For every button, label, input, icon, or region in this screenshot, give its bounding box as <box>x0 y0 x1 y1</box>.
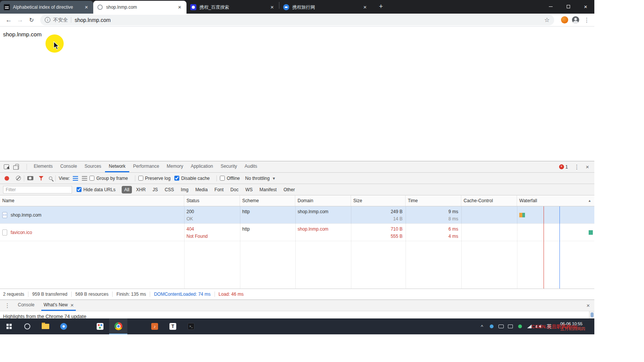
filter-input[interactable] <box>3 186 72 193</box>
filter-pill-media[interactable]: Media <box>193 186 210 193</box>
maximize-button[interactable] <box>559 0 577 13</box>
chrome-button-active[interactable] <box>109 318 127 334</box>
filter-pill-other[interactable]: Other <box>281 186 298 193</box>
record-icon[interactable] <box>5 176 9 181</box>
browser-tab-3[interactable]: 携程_百度搜索 <box>186 1 279 14</box>
search-icon[interactable] <box>49 176 52 180</box>
cortana-search-button[interactable] <box>18 318 36 334</box>
filter-pill-manifest[interactable]: Manifest <box>257 186 279 193</box>
terminal-button[interactable] <box>182 318 200 334</box>
bookmark-star-icon[interactable] <box>544 16 550 23</box>
profile-avatar-icon[interactable] <box>572 16 579 23</box>
offline-checkbox[interactable]: Offline <box>220 176 240 181</box>
filter-pill-xhr[interactable]: XHR <box>133 186 148 193</box>
column-header-waterfall[interactable]: Waterfall <box>517 195 594 206</box>
column-header-cache-control[interactable]: Cache-Control <box>461 195 517 206</box>
filter-pill-font[interactable]: Font <box>212 186 226 193</box>
device-toolbar-icon[interactable] <box>15 164 19 170</box>
antivirus-button[interactable] <box>515 325 525 328</box>
drawer-scrollbar-th[interactable] <box>591 312 594 317</box>
drawer-tab-close-icon[interactable] <box>71 302 74 308</box>
throttling-dropdown[interactable]: No throttling <box>245 176 275 181</box>
browser-tab-1[interactable]: Alphabetical index of directive <box>0 1 93 14</box>
address-bar[interactable]: 不安全 shop.lnmp.com <box>40 15 554 25</box>
tab-memory[interactable]: Memory <box>163 161 187 172</box>
column-header-time[interactable]: Time <box>406 195 461 206</box>
devtools-menu-icon[interactable] <box>574 164 580 170</box>
drawer-tab-whats-new[interactable]: What's New <box>41 300 76 311</box>
display-settings-button[interactable] <box>506 325 515 328</box>
browser-tab-4[interactable]: 携程旅行网 <box>279 1 372 14</box>
tab-audits[interactable]: Audits <box>241 161 261 172</box>
tab-elements[interactable]: Elements <box>30 161 56 172</box>
network-request-row[interactable]: shop.lnmp.com 200 OK http shop.lnmp.com … <box>0 206 594 224</box>
column-header-name[interactable]: Name <box>0 195 184 206</box>
error-badge[interactable]: 1 <box>559 164 568 170</box>
tab-console[interactable]: Console <box>56 161 81 172</box>
page-info-icon[interactable] <box>45 17 50 23</box>
tab-close-icon[interactable] <box>83 4 89 10</box>
column-header-scheme[interactable]: Scheme <box>240 195 295 206</box>
view-label: View: <box>59 176 70 181</box>
browser-menu-icon[interactable] <box>582 17 591 23</box>
drawer-close-icon[interactable] <box>586 302 590 309</box>
back-button[interactable] <box>3 15 14 25</box>
column-header-status[interactable]: Status <box>184 195 240 206</box>
new-tab-button[interactable] <box>376 2 386 12</box>
edge-button[interactable] <box>127 318 146 334</box>
group-by-frame-checkbox[interactable]: Group by frame <box>89 176 128 181</box>
touch-keyboard-button[interactable] <box>496 325 506 328</box>
filter-pill-all[interactable]: All <box>122 186 132 193</box>
filter-pill-js[interactable]: JS <box>150 186 160 193</box>
hide-data-urls-input[interactable] <box>77 187 81 192</box>
extension-icon[interactable] <box>561 16 568 23</box>
filter-funnel-icon[interactable] <box>39 176 44 181</box>
internet-explorer-button[interactable] <box>73 318 91 334</box>
drawer-scrollbar[interactable] <box>589 311 594 319</box>
forward-button[interactable] <box>14 15 26 25</box>
blue-app-button[interactable] <box>55 318 73 334</box>
tab-security[interactable]: Security <box>217 161 241 172</box>
minimize-button[interactable] <box>542 0 559 13</box>
tab-performance[interactable]: Performance <box>129 161 163 172</box>
tab-close-icon[interactable] <box>362 4 368 10</box>
tab-close-icon[interactable] <box>177 4 183 10</box>
tab-application[interactable]: Application <box>187 161 217 172</box>
network-request-row-failed[interactable]: favicon.ico 404 Not Found http shop.lnmp… <box>0 224 594 241</box>
column-header-size[interactable]: Size <box>351 195 406 206</box>
close-window-button[interactable] <box>577 0 594 13</box>
filter-pill-doc[interactable]: Doc <box>228 186 241 193</box>
maximize-icon <box>567 5 570 8</box>
file-explorer-button[interactable] <box>36 318 55 334</box>
start-button[interactable] <box>0 318 18 334</box>
devtools-close-icon[interactable] <box>586 164 589 170</box>
filter-pill-img[interactable]: Img <box>178 186 191 193</box>
typora-button[interactable] <box>164 318 182 334</box>
preserve-log-input[interactable] <box>138 176 143 181</box>
disable-cache-checkbox[interactable]: Disable cache <box>174 176 210 181</box>
inspect-element-icon[interactable] <box>4 164 9 169</box>
tray-expand-icon[interactable] <box>477 324 487 329</box>
tab-sources[interactable]: Sources <box>81 161 105 172</box>
filter-pill-css[interactable]: CSS <box>162 186 177 193</box>
preserve-log-checkbox[interactable]: Preserve log <box>138 176 171 181</box>
clear-icon[interactable] <box>16 176 21 181</box>
reload-button[interactable] <box>26 15 37 25</box>
filter-pill-ws[interactable]: WS <box>243 186 255 193</box>
browser-tab-2-active[interactable]: shop.lnmp.com <box>93 1 186 14</box>
capture-screenshots-icon[interactable] <box>27 176 33 180</box>
show-overview-icon[interactable] <box>82 176 87 181</box>
media-player-button[interactable] <box>146 318 164 334</box>
tab-close-icon[interactable] <box>269 4 275 10</box>
use-large-rows-icon[interactable] <box>73 176 78 181</box>
offline-input[interactable] <box>220 176 225 181</box>
drawer-tab-console[interactable]: Console <box>16 300 37 311</box>
group-by-frame-input[interactable] <box>89 176 94 181</box>
disable-cache-input[interactable] <box>174 176 179 181</box>
paint-button[interactable] <box>91 318 109 334</box>
column-header-domain[interactable]: Domain <box>295 195 351 206</box>
drawer-menu-icon[interactable] <box>5 302 10 309</box>
tab-network[interactable]: Network <box>105 161 129 172</box>
hide-data-urls-checkbox[interactable]: Hide data URLs <box>77 187 116 192</box>
tray-app-button[interactable] <box>487 325 496 328</box>
